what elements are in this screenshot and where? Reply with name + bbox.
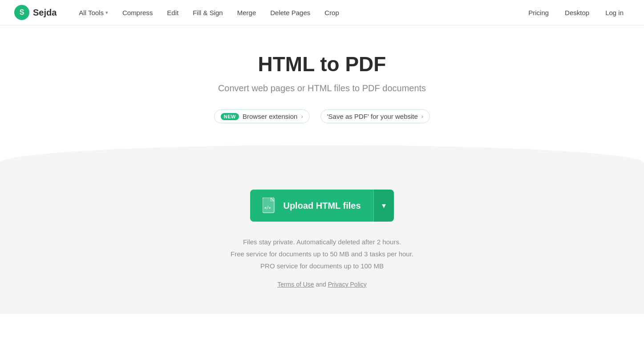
logo-text: Sejda	[33, 8, 57, 18]
navbar: S Sejda All Tools ▾ Compress Edit Fill &…	[0, 0, 644, 25]
upload-button-label: Upload HTML files	[283, 201, 360, 211]
terms-of-use-link[interactable]: Terms of Use	[277, 281, 314, 288]
main-content: HTML to PDF Convert web pages or HTML fi…	[0, 25, 644, 163]
nav-item-compress[interactable]: Compress	[116, 5, 159, 20]
nav-item-fill-sign[interactable]: Fill & Sign	[186, 5, 229, 20]
info-text: Files stay private. Automatically delete…	[231, 236, 413, 272]
nav-item-delete-pages[interactable]: Delete Pages	[264, 5, 316, 20]
browser-extension-badge[interactable]: NEW Browser extension ›	[214, 109, 310, 123]
upload-html-files-button[interactable]: </> Upload HTML files	[250, 190, 373, 222]
new-badge: NEW	[221, 113, 239, 120]
chevron-down-icon: ▾	[105, 10, 108, 16]
upload-button-container: </> Upload HTML files ▾	[250, 190, 393, 222]
privacy-policy-link[interactable]: Privacy Policy	[328, 281, 367, 288]
nav-pricing[interactable]: Pricing	[522, 5, 555, 20]
svg-text:</>: </>	[264, 206, 271, 210]
logo[interactable]: S Sejda	[14, 5, 57, 20]
html-file-icon: </>	[263, 198, 277, 214]
nav-desktop[interactable]: Desktop	[559, 5, 595, 20]
info-line-3: PRO service for documents up to 100 MB	[231, 260, 413, 272]
page-title: HTML to PDF	[258, 52, 386, 76]
logo-icon: S	[14, 5, 29, 20]
footer-links: Terms of Use and Privacy Policy	[277, 281, 367, 288]
nav-item-all-tools[interactable]: All Tools ▾	[73, 5, 114, 20]
save-as-pdf-badge[interactable]: 'Save as PDF' for your website ›	[320, 109, 430, 123]
upload-section: </> Upload HTML files ▾ Files stay priva…	[0, 163, 644, 314]
chevron-right-icon-2: ›	[421, 113, 423, 120]
browser-extension-label: Browser extension	[243, 113, 297, 120]
nav-login[interactable]: Log in	[599, 5, 630, 20]
upload-dropdown-button[interactable]: ▾	[373, 190, 394, 222]
nav-item-edit[interactable]: Edit	[161, 5, 185, 20]
nav-items: All Tools ▾ Compress Edit Fill & Sign Me…	[73, 5, 522, 20]
and-text: and	[316, 281, 328, 288]
save-as-pdf-label: 'Save as PDF' for your website	[327, 113, 418, 120]
nav-right: Pricing Desktop Log in	[522, 5, 630, 20]
page-subtitle: Convert web pages or HTML files to PDF d…	[218, 83, 426, 93]
nav-item-crop[interactable]: Crop	[318, 5, 345, 20]
dropdown-arrow-icon: ▾	[382, 201, 386, 210]
badges-row: NEW Browser extension › 'Save as PDF' fo…	[214, 109, 430, 123]
info-line-2: Free service for documents up to 50 MB a…	[231, 248, 413, 260]
chevron-right-icon: ›	[301, 113, 303, 120]
nav-item-merge[interactable]: Merge	[231, 5, 263, 20]
info-line-1: Files stay private. Automatically delete…	[231, 236, 413, 248]
